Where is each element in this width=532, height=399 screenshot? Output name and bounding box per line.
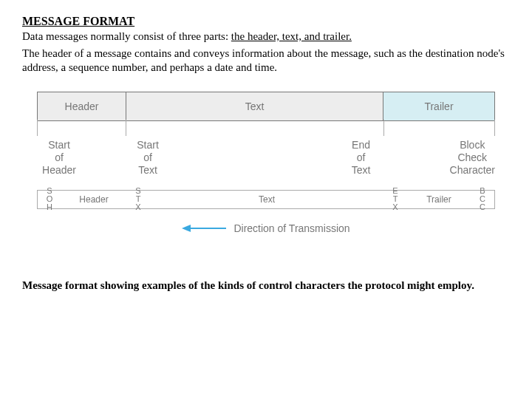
tick (37, 120, 38, 136)
segment-trailer: Trailer (383, 92, 494, 120)
segment-text: Text (126, 92, 383, 120)
para1-underlined: the header, text, and trailer. (231, 30, 352, 42)
paragraph-2: The header of a message contains and con… (22, 47, 510, 75)
breakdown-bar: S O H Header S T X Text E T X Trailer B … (37, 190, 495, 209)
cell-etx: E T X (383, 191, 407, 208)
cell-text: Text (150, 191, 383, 208)
section-title: MESSAGE FORMAT (22, 15, 510, 28)
segment-bar: Header Text Trailer (37, 92, 495, 121)
label-start-of-header: Start of Header (37, 139, 81, 176)
para1-prefix: Data messages normally consist of three … (22, 30, 231, 42)
paragraph-1: Data messages normally consist of three … (22, 30, 510, 44)
tick (383, 120, 384, 136)
label-block-check-character: Block Check Character (450, 139, 495, 176)
cell-header: Header (61, 191, 126, 208)
cell-stx: S T X (126, 191, 150, 208)
direction-row: Direction of Transmission (37, 222, 495, 234)
tick (126, 120, 126, 136)
direction-label: Direction of Transmission (233, 222, 349, 234)
figure-caption: Message format showing examples of the k… (22, 279, 510, 293)
svg-marker-1 (182, 225, 191, 232)
message-format-diagram: Header Text Trailer Start of Header Star… (37, 92, 495, 233)
segment-labels-row: Start of Header Start of Text End of Tex… (37, 139, 495, 176)
cell-trailer: Trailer (407, 191, 471, 208)
cell-bcc: B C C (471, 191, 494, 208)
cell-soh: S O H (38, 191, 61, 208)
segment-header: Header (38, 92, 126, 120)
label-end-of-text: End of Text (339, 139, 383, 176)
tick (494, 120, 495, 136)
whisker-ticks (37, 121, 495, 137)
label-start-of-text: Start of Text (126, 139, 170, 176)
arrow-left-icon (182, 223, 226, 233)
